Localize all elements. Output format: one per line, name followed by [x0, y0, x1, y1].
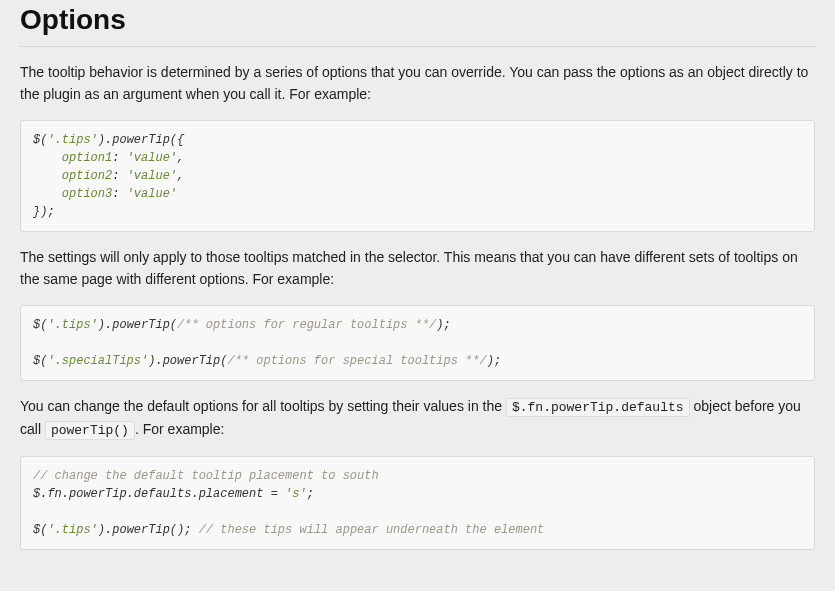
intro-paragraph: The tooltip behavior is determined by a …: [20, 61, 815, 106]
paragraph-2: The settings will only apply to those to…: [20, 246, 815, 291]
code-example-2: $('.tips').powerTip(/** options for regu…: [20, 305, 815, 381]
paragraph-3: You can change the default options for a…: [20, 395, 815, 443]
section-heading: Options: [20, 4, 815, 47]
inline-code-defaults: $.fn.powerTip.defaults: [506, 398, 690, 417]
code-example-3: // change the default tooltip placement …: [20, 456, 815, 550]
doc-content: Options The tooltip behavior is determin…: [0, 0, 835, 582]
inline-code-powertip: powerTip(): [45, 421, 135, 440]
code-example-1: $('.tips').powerTip({ option1: 'value', …: [20, 120, 815, 232]
